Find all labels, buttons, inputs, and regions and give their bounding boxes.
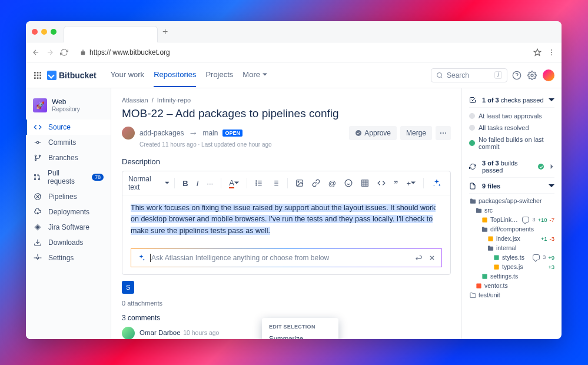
ai-prompt-input[interactable]: Ask Atlassian Intelligence anything or c… bbox=[131, 248, 442, 267]
save-button[interactable]: S bbox=[122, 281, 134, 294]
attachments-count[interactable]: 0 attachments bbox=[122, 300, 451, 307]
project-header[interactable]: 🚀 Web Repository bbox=[26, 94, 111, 120]
ai-close-icon[interactable] bbox=[428, 254, 436, 261]
folder-open-icon bbox=[469, 198, 476, 204]
text-style-select[interactable]: Normal text bbox=[128, 175, 169, 191]
svg-rect-7 bbox=[37, 74, 39, 76]
sidebar-item-settings[interactable]: Settings bbox=[26, 250, 111, 266]
sidebar-item-pull-requests[interactable]: Pull requests78 bbox=[26, 165, 111, 189]
crumb-project[interactable]: Atlassian bbox=[122, 97, 148, 104]
file-name: ventor.ts bbox=[484, 282, 554, 289]
nav-repositories[interactable]: Repositories bbox=[154, 63, 196, 87]
nav-refresh-icon[interactable] bbox=[60, 48, 68, 57]
check-item: All tasks resolved bbox=[469, 122, 554, 134]
md-file-icon bbox=[475, 283, 482, 289]
file-tree-item[interactable]: test/unit bbox=[469, 290, 554, 300]
sidebar-item-jira-software[interactable]: Jira Software bbox=[26, 220, 111, 235]
product-logo[interactable]: Bitbucket bbox=[47, 71, 97, 80]
sidebar-item-downloads[interactable]: Downloads bbox=[26, 235, 111, 250]
file-tree-item[interactable]: settings.ts bbox=[469, 271, 554, 281]
sidebar-item-source[interactable]: Source bbox=[26, 120, 111, 135]
sidebar-item-pipelines[interactable]: Pipelines bbox=[26, 189, 111, 204]
nav-links: Your work Repositories Projects More bbox=[111, 63, 267, 87]
sidebar-item-label: Branches bbox=[48, 154, 78, 162]
file-name: src bbox=[484, 207, 554, 214]
svg-point-30 bbox=[256, 181, 257, 181]
insert-icon[interactable]: + bbox=[404, 177, 418, 190]
ai-submit-icon[interactable] bbox=[414, 254, 423, 262]
more-actions-button[interactable] bbox=[436, 126, 451, 140]
branch-to[interactable]: main bbox=[202, 129, 218, 137]
more-format-icon[interactable]: ··· bbox=[204, 177, 215, 190]
files-header[interactable]: 9 files bbox=[469, 180, 554, 194]
table-icon[interactable] bbox=[358, 177, 371, 189]
ai-icon[interactable] bbox=[429, 177, 444, 190]
numbered-list-icon[interactable] bbox=[269, 177, 282, 189]
file-tree-item[interactable]: styles.ts3 +9 bbox=[469, 253, 554, 262]
file-tree-item[interactable]: TopLinks.js3 +10 -7 bbox=[469, 215, 554, 224]
search-kbd: / bbox=[494, 71, 502, 79]
app-switcher-icon[interactable] bbox=[33, 71, 42, 80]
settings-top-icon[interactable] bbox=[527, 71, 537, 80]
file-tree-item[interactable]: internal bbox=[469, 243, 554, 253]
image-icon[interactable] bbox=[293, 177, 306, 189]
merge-button[interactable]: Merge bbox=[400, 126, 432, 140]
editor-body[interactable]: This work focuses on fixing the issue ra… bbox=[122, 195, 450, 244]
new-tab-button[interactable]: + bbox=[162, 26, 168, 37]
star-icon[interactable] bbox=[533, 48, 542, 57]
help-icon[interactable] bbox=[512, 71, 521, 80]
sidebar-item-label: Source bbox=[48, 123, 71, 131]
file-tree-item[interactable]: diff/components bbox=[469, 224, 554, 234]
code-icon bbox=[33, 123, 42, 131]
file-tree-item[interactable]: ventor.ts bbox=[469, 281, 554, 290]
browser-tab[interactable] bbox=[64, 26, 158, 42]
author-avatar[interactable] bbox=[122, 127, 135, 140]
nav-projects[interactable]: Projects bbox=[205, 63, 233, 87]
sidebar-item-deployments[interactable]: Deployments bbox=[26, 204, 111, 220]
tab-strip: + bbox=[26, 21, 562, 42]
sidebar: 🚀 Web Repository SourceCommitsBranchesPu… bbox=[26, 88, 111, 339]
branch-from[interactable]: add-packages bbox=[139, 129, 184, 137]
file-tree-item[interactable]: index.jsx +1 -3 bbox=[469, 234, 554, 243]
commenter-avatar[interactable] bbox=[122, 327, 135, 339]
url-input[interactable]: https:// www.bitbucket.org bbox=[74, 46, 527, 59]
download-icon bbox=[33, 238, 42, 247]
right-panel: 1 of 3 checks passed At least two approv… bbox=[461, 88, 562, 339]
quote-icon[interactable]: ” bbox=[391, 177, 401, 190]
nav-more[interactable]: More bbox=[242, 63, 267, 87]
mention-icon[interactable]: @ bbox=[326, 177, 338, 190]
approve-button[interactable]: Approve bbox=[349, 126, 397, 140]
svg-rect-42 bbox=[362, 180, 368, 187]
pr-header: add-packages → main OPEN Approve Merge bbox=[122, 126, 451, 140]
sidebar-item-branches[interactable]: Branches bbox=[26, 150, 111, 165]
chevron-icon bbox=[549, 183, 554, 189]
file-tree-item[interactable]: src bbox=[469, 205, 554, 215]
close-window[interactable] bbox=[32, 29, 38, 35]
crumb-repo[interactable]: Infinity-repo bbox=[157, 97, 191, 104]
sidebar-item-commits[interactable]: Commits bbox=[26, 135, 111, 150]
user-avatar[interactable] bbox=[543, 69, 554, 81]
sidebar-item-label: Jira Software bbox=[48, 223, 89, 231]
nav-back-icon[interactable] bbox=[32, 48, 40, 57]
text-color-icon[interactable]: A bbox=[227, 177, 241, 190]
checks-header[interactable]: 1 of 3 checks passed bbox=[469, 94, 554, 108]
sidebar-item-label: Deployments bbox=[48, 208, 89, 216]
global-search[interactable]: Search / bbox=[431, 68, 507, 82]
nav-your-work[interactable]: Your work bbox=[111, 63, 144, 87]
browser-menu-icon[interactable] bbox=[547, 48, 556, 57]
maximize-window[interactable] bbox=[51, 29, 57, 35]
emoji-icon[interactable] bbox=[342, 177, 355, 189]
minimize-window[interactable] bbox=[41, 29, 47, 35]
commenter-name[interactable]: Omar Darboe bbox=[139, 329, 181, 336]
file-tree-item[interactable]: packages/app-switcher bbox=[469, 196, 554, 205]
bold-icon[interactable]: B bbox=[180, 177, 190, 190]
italic-icon[interactable]: I bbox=[194, 177, 201, 190]
address-bar: https:// www.bitbucket.org bbox=[26, 42, 562, 62]
builds-header[interactable]: 3 of 3 builds passed bbox=[469, 157, 554, 178]
code-icon[interactable] bbox=[375, 177, 388, 189]
file-tree-item[interactable]: types.js +3 bbox=[469, 262, 554, 271]
link-icon[interactable] bbox=[310, 177, 323, 189]
bullet-list-icon[interactable] bbox=[253, 177, 265, 189]
project-type: Repository bbox=[52, 106, 80, 112]
ai-menu-summarize[interactable]: Summarize bbox=[262, 332, 338, 339]
